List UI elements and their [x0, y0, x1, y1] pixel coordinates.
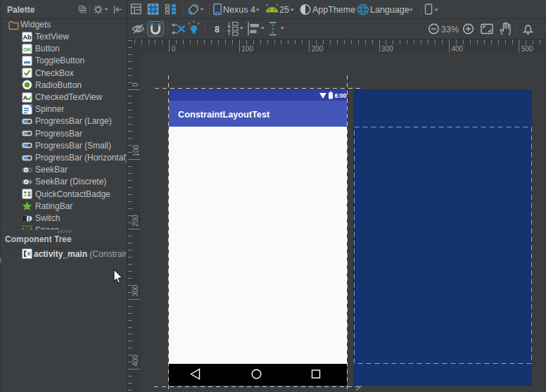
svg-text:Nexus 4: Nexus 4	[223, 5, 255, 15]
svg-text:100: 100	[241, 45, 253, 53]
svg-text:300: 300	[381, 45, 393, 53]
svg-text:33%: 33%	[441, 25, 459, 34]
svg-text:AppTheme: AppTheme	[312, 5, 355, 15]
svg-text:OK: OK	[23, 46, 32, 52]
svg-text:400: 400	[132, 355, 140, 367]
svg-text:200: 200	[312, 45, 324, 53]
svg-text:0: 0	[132, 82, 140, 87]
svg-text:25: 25	[279, 5, 289, 15]
svg-text:0: 0	[172, 45, 176, 53]
svg-text:200: 200	[132, 215, 140, 227]
svg-text:A: A	[23, 94, 28, 101]
svg-text:300: 300	[132, 284, 140, 296]
svg-text:8: 8	[215, 25, 220, 34]
svg-text:500: 500	[521, 45, 533, 53]
svg-text:400: 400	[452, 45, 464, 53]
svg-text:100: 100	[132, 144, 140, 156]
svg-text:Language: Language	[370, 5, 410, 15]
svg-text:Ab: Ab	[23, 34, 32, 41]
